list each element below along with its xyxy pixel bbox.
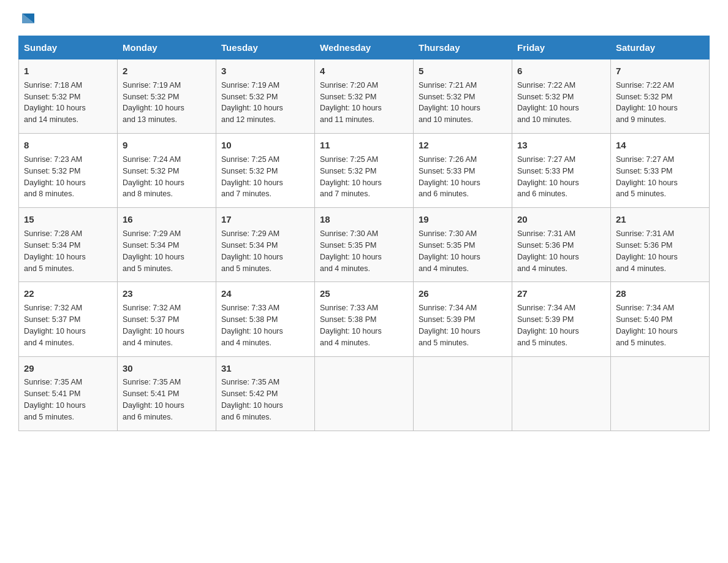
weekday-header-thursday: Thursday	[414, 36, 512, 59]
day-info: Sunrise: 7:18 AMSunset: 5:32 PMDaylight:…	[24, 81, 86, 124]
calendar-cell: 29 Sunrise: 7:35 AMSunset: 5:41 PMDaylig…	[19, 356, 118, 431]
day-number: 23	[123, 287, 211, 301]
calendar-cell: 20 Sunrise: 7:31 AMSunset: 5:36 PMDaylig…	[512, 208, 611, 282]
weekday-header-monday: Monday	[118, 36, 216, 59]
calendar-cell: 26 Sunrise: 7:34 AMSunset: 5:39 PMDaylig…	[414, 282, 512, 356]
day-info: Sunrise: 7:35 AMSunset: 5:41 PMDaylight:…	[24, 378, 86, 421]
calendar-cell: 4 Sunrise: 7:20 AMSunset: 5:32 PMDayligh…	[315, 59, 414, 134]
day-info: Sunrise: 7:34 AMSunset: 5:40 PMDaylight:…	[616, 304, 678, 347]
calendar-cell: 3 Sunrise: 7:19 AMSunset: 5:32 PMDayligh…	[216, 59, 315, 134]
day-number: 22	[24, 287, 112, 301]
calendar-cell: 8 Sunrise: 7:23 AMSunset: 5:32 PMDayligh…	[19, 134, 118, 208]
calendar-cell: 10 Sunrise: 7:25 AMSunset: 5:32 PMDaylig…	[216, 134, 315, 208]
calendar-week-row: 22 Sunrise: 7:32 AMSunset: 5:37 PMDaylig…	[19, 282, 710, 356]
calendar-cell: 9 Sunrise: 7:24 AMSunset: 5:32 PMDayligh…	[118, 134, 216, 208]
day-info: Sunrise: 7:25 AMSunset: 5:32 PMDaylight:…	[221, 155, 283, 199]
day-info: Sunrise: 7:33 AMSunset: 5:38 PMDaylight:…	[221, 304, 283, 347]
day-number: 11	[320, 139, 408, 152]
weekday-header-tuesday: Tuesday	[216, 36, 315, 59]
day-info: Sunrise: 7:19 AMSunset: 5:32 PMDaylight:…	[123, 81, 184, 124]
calendar-cell: 28 Sunrise: 7:34 AMSunset: 5:40 PMDaylig…	[611, 282, 710, 356]
weekday-header-row: SundayMondayTuesdayWednesdayThursdayFrid…	[19, 36, 710, 59]
page-header	[18, 12, 710, 23]
day-number: 9	[123, 139, 211, 152]
day-info: Sunrise: 7:31 AMSunset: 5:36 PMDaylight:…	[517, 229, 579, 273]
weekday-header-friday: Friday	[512, 36, 611, 59]
calendar-cell: 6 Sunrise: 7:22 AMSunset: 5:32 PMDayligh…	[512, 59, 611, 134]
day-info: Sunrise: 7:32 AMSunset: 5:37 PMDaylight:…	[123, 304, 184, 347]
day-info: Sunrise: 7:35 AMSunset: 5:42 PMDaylight:…	[221, 378, 283, 421]
day-number: 29	[24, 362, 112, 375]
day-info: Sunrise: 7:31 AMSunset: 5:36 PMDaylight:…	[616, 229, 678, 273]
day-info: Sunrise: 7:23 AMSunset: 5:32 PMDaylight:…	[24, 155, 86, 199]
calendar-week-row: 8 Sunrise: 7:23 AMSunset: 5:32 PMDayligh…	[19, 134, 710, 208]
day-number: 20	[517, 213, 605, 226]
day-number: 13	[517, 139, 605, 152]
day-info: Sunrise: 7:26 AMSunset: 5:33 PMDaylight:…	[419, 155, 480, 199]
day-number: 2	[123, 64, 211, 78]
day-number: 8	[24, 139, 112, 152]
calendar-cell: 19 Sunrise: 7:30 AMSunset: 5:35 PMDaylig…	[414, 208, 512, 282]
day-info: Sunrise: 7:30 AMSunset: 5:35 PMDaylight:…	[320, 229, 382, 273]
calendar-cell: 30 Sunrise: 7:35 AMSunset: 5:41 PMDaylig…	[118, 356, 216, 431]
weekday-header-wednesday: Wednesday	[315, 36, 414, 59]
day-number: 28	[616, 287, 704, 301]
day-number: 27	[517, 287, 605, 301]
day-number: 15	[24, 213, 112, 226]
day-number: 19	[419, 213, 507, 226]
day-number: 10	[221, 139, 309, 152]
weekday-header-sunday: Sunday	[19, 36, 118, 59]
calendar-cell: 25 Sunrise: 7:33 AMSunset: 5:38 PMDaylig…	[315, 282, 414, 356]
day-number: 7	[616, 64, 704, 78]
day-number: 4	[320, 64, 408, 78]
calendar-cell: 15 Sunrise: 7:28 AMSunset: 5:34 PMDaylig…	[19, 208, 118, 282]
day-number: 17	[221, 213, 309, 226]
calendar-cell: 13 Sunrise: 7:27 AMSunset: 5:33 PMDaylig…	[512, 134, 611, 208]
day-info: Sunrise: 7:33 AMSunset: 5:38 PMDaylight:…	[320, 304, 382, 347]
day-number: 12	[419, 139, 507, 152]
calendar-cell: 31 Sunrise: 7:35 AMSunset: 5:42 PMDaylig…	[216, 356, 315, 431]
calendar-cell	[414, 356, 512, 431]
day-info: Sunrise: 7:34 AMSunset: 5:39 PMDaylight:…	[419, 304, 480, 347]
calendar-week-row: 29 Sunrise: 7:35 AMSunset: 5:41 PMDaylig…	[19, 356, 710, 431]
day-number: 5	[419, 64, 507, 78]
calendar-cell: 11 Sunrise: 7:25 AMSunset: 5:32 PMDaylig…	[315, 134, 414, 208]
calendar-cell	[512, 356, 611, 431]
day-info: Sunrise: 7:28 AMSunset: 5:34 PMDaylight:…	[24, 229, 86, 273]
day-number: 1	[24, 64, 112, 78]
calendar-cell: 1 Sunrise: 7:18 AMSunset: 5:32 PMDayligh…	[19, 59, 118, 134]
calendar-cell: 21 Sunrise: 7:31 AMSunset: 5:36 PMDaylig…	[611, 208, 710, 282]
calendar-cell: 5 Sunrise: 7:21 AMSunset: 5:32 PMDayligh…	[414, 59, 512, 134]
calendar-cell: 18 Sunrise: 7:30 AMSunset: 5:35 PMDaylig…	[315, 208, 414, 282]
day-number: 21	[616, 213, 704, 226]
calendar-cell: 24 Sunrise: 7:33 AMSunset: 5:38 PMDaylig…	[216, 282, 315, 356]
weekday-header-saturday: Saturday	[611, 36, 710, 59]
calendar-cell: 12 Sunrise: 7:26 AMSunset: 5:33 PMDaylig…	[414, 134, 512, 208]
logo-triangle-icon	[20, 12, 37, 26]
day-info: Sunrise: 7:21 AMSunset: 5:32 PMDaylight:…	[419, 81, 480, 124]
day-info: Sunrise: 7:30 AMSunset: 5:35 PMDaylight:…	[419, 229, 480, 273]
calendar-week-row: 1 Sunrise: 7:18 AMSunset: 5:32 PMDayligh…	[19, 59, 710, 134]
calendar-cell: 7 Sunrise: 7:22 AMSunset: 5:32 PMDayligh…	[611, 59, 710, 134]
day-number: 26	[419, 287, 507, 301]
day-number: 18	[320, 213, 408, 226]
calendar-cell	[611, 356, 710, 431]
day-info: Sunrise: 7:27 AMSunset: 5:33 PMDaylight:…	[517, 155, 579, 199]
logo	[18, 12, 37, 23]
calendar-table: SundayMondayTuesdayWednesdayThursdayFrid…	[18, 36, 710, 431]
day-info: Sunrise: 7:34 AMSunset: 5:39 PMDaylight:…	[517, 304, 579, 347]
day-number: 3	[221, 64, 309, 78]
day-number: 25	[320, 287, 408, 301]
calendar-cell: 22 Sunrise: 7:32 AMSunset: 5:37 PMDaylig…	[19, 282, 118, 356]
calendar-cell: 16 Sunrise: 7:29 AMSunset: 5:34 PMDaylig…	[118, 208, 216, 282]
day-number: 30	[123, 362, 211, 375]
day-number: 24	[221, 287, 309, 301]
day-info: Sunrise: 7:29 AMSunset: 5:34 PMDaylight:…	[221, 229, 283, 273]
day-info: Sunrise: 7:19 AMSunset: 5:32 PMDaylight:…	[221, 81, 283, 124]
day-info: Sunrise: 7:25 AMSunset: 5:32 PMDaylight:…	[320, 155, 382, 199]
day-info: Sunrise: 7:27 AMSunset: 5:33 PMDaylight:…	[616, 155, 678, 199]
calendar-cell: 23 Sunrise: 7:32 AMSunset: 5:37 PMDaylig…	[118, 282, 216, 356]
calendar-week-row: 15 Sunrise: 7:28 AMSunset: 5:34 PMDaylig…	[19, 208, 710, 282]
day-number: 6	[517, 64, 605, 78]
day-info: Sunrise: 7:22 AMSunset: 5:32 PMDaylight:…	[517, 81, 579, 124]
